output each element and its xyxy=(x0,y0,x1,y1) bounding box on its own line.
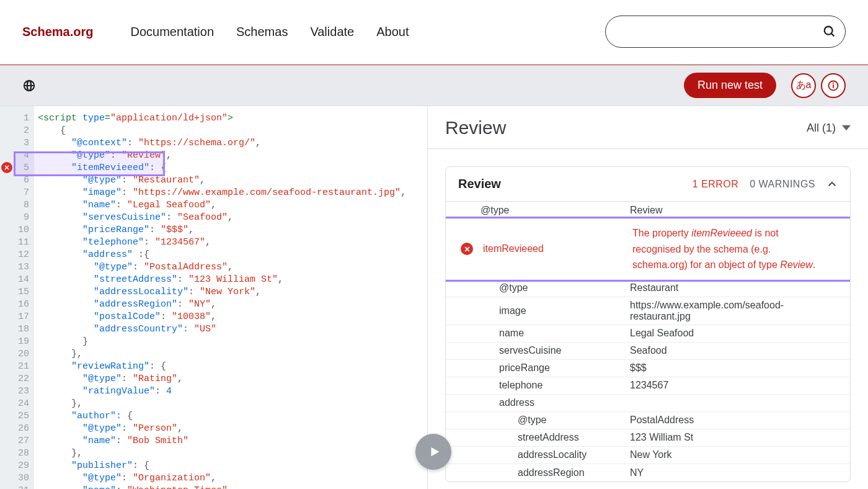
svg-point-4 xyxy=(833,83,834,83)
line-number: 26 xyxy=(0,423,29,435)
language-button[interactable]: あa xyxy=(791,73,816,98)
nav-documentation[interactable]: Documentation xyxy=(130,25,214,39)
code-line[interactable]: "priceRange": "$$$", xyxy=(38,224,406,236)
error-row[interactable]: itemRevieeed The property itemRevieeed i… xyxy=(446,219,850,280)
property-row[interactable]: servesCuisineSeafood xyxy=(446,343,850,360)
site-logo[interactable]: Schema.org xyxy=(22,25,93,39)
line-number: 4 xyxy=(0,150,29,162)
code-line[interactable]: "itemRevieeed": { xyxy=(38,162,406,174)
code-line[interactable]: "addressRegion": "NY", xyxy=(38,298,406,311)
property-value xyxy=(630,400,850,405)
property-value: $$$ xyxy=(630,360,850,376)
code-line[interactable]: "name": "Washington Times", xyxy=(38,485,406,489)
warning-count: 0 WARNINGS xyxy=(750,179,815,190)
svg-point-0 xyxy=(825,27,833,35)
code-line[interactable]: "servesCuisine": "Seafood", xyxy=(38,212,406,224)
code-line[interactable]: "@type": "Organization", xyxy=(38,472,406,485)
code-line[interactable]: "author": { xyxy=(38,410,406,423)
line-number: 9 xyxy=(0,212,29,224)
line-number: 16 xyxy=(0,298,29,311)
code-editor[interactable]: 1234567891011121314151617181920212223242… xyxy=(0,106,428,489)
property-value: 123 William St xyxy=(630,429,850,446)
line-number: 18 xyxy=(0,323,29,336)
code-line[interactable]: { xyxy=(38,125,406,137)
line-number: 25 xyxy=(0,410,29,423)
line-number: 30 xyxy=(0,472,29,485)
line-number: 27 xyxy=(0,435,29,447)
code-line[interactable]: "@type": "Restaurant", xyxy=(38,174,406,187)
property-value: Restaurant xyxy=(630,280,850,296)
property-row[interactable]: @typeRestaurant xyxy=(446,280,850,297)
code-line[interactable]: "publisher": { xyxy=(38,460,406,472)
nav-schemas[interactable]: Schemas xyxy=(236,25,288,39)
results-panel: Review All (1) Review 1 ERROR 0 WARNINGS… xyxy=(428,106,868,489)
site-header: Schema.org Documentation Schemas Validat… xyxy=(0,0,868,65)
collapse-icon[interactable] xyxy=(826,179,838,190)
line-number: 6 xyxy=(0,174,29,187)
property-key: priceRange xyxy=(446,362,630,374)
search-input[interactable] xyxy=(619,26,823,37)
code-line[interactable]: "postalCode": "10038", xyxy=(38,311,406,323)
property-row[interactable]: imagehttps://www.example.com/seafood-res… xyxy=(446,297,850,325)
code-line[interactable]: "name": "Legal Seafood", xyxy=(38,199,406,212)
line-number: 3 xyxy=(0,137,29,150)
code-line[interactable]: }, xyxy=(38,447,406,460)
property-value: Seafood xyxy=(630,343,850,359)
property-row[interactable]: addressRegionNY xyxy=(446,464,850,482)
code-line[interactable]: "@type": "Rating", xyxy=(38,373,406,385)
code-line[interactable]: "reviewRating": { xyxy=(38,361,406,373)
code-line[interactable]: "addressLocality": "New York", xyxy=(38,286,406,298)
property-row[interactable]: streetAddress123 William St xyxy=(446,429,850,447)
nav-about[interactable]: About xyxy=(376,25,409,39)
code-line[interactable]: }, xyxy=(38,348,406,361)
code-line[interactable]: "@type": "Person", xyxy=(38,423,406,435)
run-fab-button[interactable] xyxy=(415,434,451,470)
line-number: 10 xyxy=(0,224,29,236)
property-row[interactable]: @typeReview xyxy=(446,202,850,219)
code-line[interactable]: <script type="application/ld+json"> xyxy=(38,112,406,125)
play-icon xyxy=(428,445,441,459)
code-line[interactable]: "address" :{ xyxy=(38,249,406,261)
code-line[interactable]: } xyxy=(38,336,406,348)
code-line[interactable]: "streetAddress": "123 William St", xyxy=(38,274,406,286)
code-line[interactable]: "telephone": "1234567", xyxy=(38,236,406,249)
property-key: addressLocality xyxy=(446,449,630,460)
line-number: 20 xyxy=(0,348,29,361)
property-row[interactable]: addressLocalityNew York xyxy=(446,447,850,464)
code-line[interactable]: "@type": "PostalAddress", xyxy=(38,261,406,274)
globe-icon[interactable] xyxy=(22,79,36,92)
property-row[interactable]: telephone1234567 xyxy=(446,377,850,395)
nav-validate[interactable]: Validate xyxy=(310,25,354,39)
property-row[interactable]: address xyxy=(446,395,850,412)
search-icon[interactable] xyxy=(823,25,836,38)
line-number: 1 xyxy=(0,112,29,125)
filter-label: All (1) xyxy=(807,122,836,135)
result-card: Review 1 ERROR 0 WARNINGS @typeReview it… xyxy=(445,166,851,482)
results-header: Review All (1) xyxy=(428,106,868,149)
error-icon xyxy=(461,243,473,255)
error-marker-icon[interactable] xyxy=(1,162,12,173)
code-line[interactable]: "ratingValue": 4 xyxy=(38,385,406,398)
property-value: New York xyxy=(630,447,850,463)
property-row[interactable]: @typePostalAddress xyxy=(446,412,850,429)
card-header[interactable]: Review 1 ERROR 0 WARNINGS xyxy=(446,167,850,202)
info-button[interactable] xyxy=(821,73,846,98)
search-box[interactable] xyxy=(605,16,846,48)
dropdown-icon xyxy=(842,123,851,132)
property-key: addressRegion xyxy=(446,467,630,478)
property-row[interactable]: nameLegal Seafood xyxy=(446,325,850,343)
code-line[interactable]: }, xyxy=(38,398,406,410)
code-line[interactable]: "name": "Bob Smith" xyxy=(38,435,406,447)
code-line[interactable]: "@context": "https://schema.org/", xyxy=(38,137,406,150)
code-line[interactable]: "addressCountry": "US" xyxy=(38,323,406,336)
code-line[interactable]: "@type": "Review", xyxy=(38,150,406,162)
line-number: 7 xyxy=(0,187,29,199)
property-key: @type xyxy=(446,205,630,216)
main-nav: Documentation Schemas Validate About xyxy=(130,25,409,39)
code-line[interactable]: "image": "https://www.example.com/seafoo… xyxy=(38,187,406,199)
results-filter[interactable]: All (1) xyxy=(807,122,851,135)
property-key: address xyxy=(446,397,630,408)
property-row[interactable]: priceRange$$$ xyxy=(446,360,850,377)
run-test-button[interactable]: Run new test xyxy=(684,73,776,98)
code-body[interactable]: <script type="application/ld+json"> { "@… xyxy=(34,106,406,489)
